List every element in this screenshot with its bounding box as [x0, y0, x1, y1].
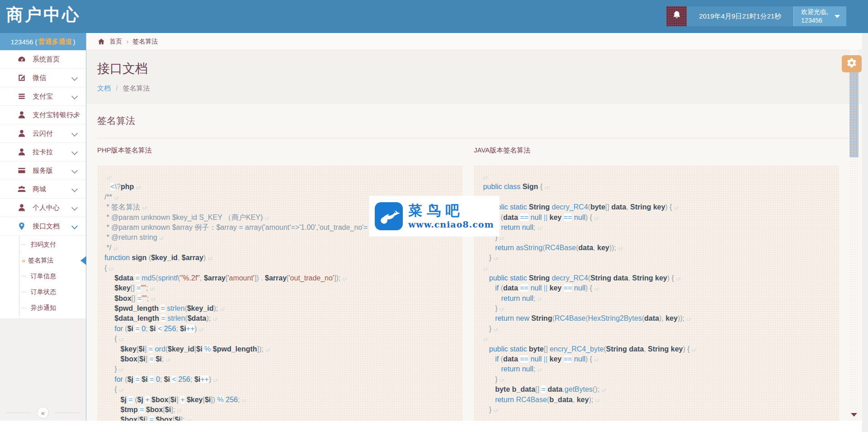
- line-ending-marker: LF: [213, 317, 218, 322]
- line-ending-marker: LF: [674, 206, 679, 210]
- sidebar-collapse-button[interactable]: «: [37, 407, 49, 418]
- java-section-title: JAVA版本签名算法: [474, 146, 839, 155]
- sidebar-item-label: 系统首页: [33, 55, 60, 64]
- line-ending-marker: LF: [343, 277, 348, 281]
- line-ending-marker: LF: [119, 368, 124, 372]
- line-ending-marker: LF: [483, 176, 488, 180]
- line-ending-marker: LF: [538, 297, 542, 302]
- line-ending-marker: LF: [500, 378, 505, 383]
- sidebar-subitem-1[interactable]: »签名算法: [0, 252, 86, 268]
- java-section: JAVA版本签名算法 LF public class Sign {LFLF pu…: [474, 146, 839, 421]
- line-ending-marker: LF: [618, 247, 623, 251]
- sidebar-item-3[interactable]: 支付宝转银行卡: [0, 106, 86, 124]
- php-section-title: PHP版本签名算法: [97, 146, 462, 155]
- sidebar-item-9[interactable]: 接口文档: [0, 217, 86, 236]
- sidebar-item-8[interactable]: 个人中心: [0, 199, 86, 217]
- settings-gear-button[interactable]: [842, 55, 862, 72]
- map-pin-icon: [17, 222, 26, 231]
- user-icon: [17, 203, 26, 212]
- merchant-center-app: 商户中心 2019年4月9日21时1分21秒 欢迎光临, 123456 1234…: [0, 0, 868, 432]
- sidebar-item-label: 云闪付: [33, 129, 53, 138]
- line-ending-marker: LF: [242, 399, 247, 403]
- sidebar-menu: 系统首页微信支付宝支付宝转银行卡云闪付拉卡拉服务版商城个人中心接口文档»扫码支付…: [0, 50, 86, 319]
- sidebar-item-5[interactable]: 拉卡拉: [0, 143, 86, 161]
- sidebar-item-label: 拉卡拉: [33, 148, 53, 157]
- page-breadcrumb-docs-link[interactable]: 文档: [97, 84, 111, 92]
- line-ending-marker: LF: [483, 337, 488, 342]
- watermark-title: 菜鸟吧: [408, 204, 494, 218]
- java-code-block: LF public class Sign {LFLF public static…: [474, 166, 839, 421]
- sidebar-subitem-4[interactable]: »异步通知: [0, 300, 86, 316]
- gear-icon: [846, 57, 857, 70]
- line-ending-marker: LF: [114, 196, 119, 200]
- sidebar-item-2[interactable]: 支付宝: [0, 87, 86, 106]
- browser-scrollbar-strip[interactable]: [862, 0, 868, 432]
- sidebar-subitem-label: 订单信息: [31, 272, 56, 280]
- line-ending-marker: LF: [213, 378, 218, 383]
- sidebar-item-6[interactable]: 服务版: [0, 161, 86, 180]
- header-right-cluster: 2019年4月9日21时1分21秒 欢迎光临, 123456: [666, 6, 846, 26]
- line-ending-marker: LF: [594, 287, 599, 291]
- sidebar-item-label: 个人中心: [33, 204, 60, 212]
- page-breadcrumb: 文档 / 签名算法: [97, 84, 862, 93]
- bottom-scroll-strip: [0, 421, 862, 432]
- line-ending-marker: LF: [119, 337, 124, 342]
- content-body: 签名算法 PHP版本签名算法 LF <\?phpLF/**LF * 签名算法LF…: [86, 104, 862, 421]
- line-ending-marker: LF: [687, 317, 692, 322]
- line-ending-marker: LF: [494, 328, 499, 332]
- sidebar-item-7[interactable]: 商城: [0, 180, 86, 199]
- sidebar-subitem-0[interactable]: »扫码支付: [0, 237, 86, 252]
- edit-icon: [17, 73, 26, 82]
- scrollbar-thumb[interactable]: [849, 72, 859, 157]
- watermark-url: www.cniao8.com: [408, 220, 494, 229]
- user-icon: [17, 110, 26, 119]
- chevron-down-icon: [71, 149, 78, 155]
- sidebar-collapse-row: «: [0, 406, 86, 419]
- line-ending-marker: LF: [594, 216, 599, 221]
- sidebar-item-1[interactable]: 微信: [0, 69, 86, 87]
- sidebar-item-label: 商城: [33, 185, 46, 194]
- user-icon: [17, 129, 26, 138]
- home-icon: [97, 38, 105, 46]
- dashboard-icon: [17, 55, 26, 64]
- sidebar-submenu: »扫码支付»签名算法»订单信息»订单状态»异步通知: [0, 236, 86, 319]
- line-ending-marker: LF: [545, 185, 550, 190]
- chevron-down-icon: [835, 15, 840, 18]
- sidebar-subitem-2[interactable]: »订单信息: [0, 268, 86, 284]
- list-icon: [17, 92, 26, 101]
- credit-card-icon: [17, 166, 26, 175]
- line-ending-marker: LF: [113, 247, 118, 251]
- breadcrumb-separator: ›: [126, 38, 128, 45]
- line-ending-marker: LF: [107, 176, 112, 180]
- line-ending-marker: LF: [199, 328, 204, 332]
- line-ending-marker: LF: [150, 287, 155, 291]
- scrollbar-down-arrow[interactable]: [851, 413, 857, 417]
- users-icon: [17, 185, 26, 194]
- chevron-down-icon: [71, 75, 78, 81]
- line-ending-marker: LF: [602, 388, 607, 393]
- notifications-button[interactable]: [666, 6, 687, 26]
- active-item-arrow-icon: [80, 256, 86, 265]
- sidebar-subitem-label: 扫码支付: [31, 241, 56, 249]
- chevron-down-icon: [71, 223, 78, 229]
- sidebar-item-4[interactable]: 云闪付: [0, 124, 86, 143]
- line-ending-marker: LF: [500, 307, 505, 312]
- sidebar-item-0[interactable]: 系统首页: [0, 50, 86, 69]
- chevron-down-icon: [71, 167, 78, 174]
- line-ending-marker: LF: [166, 358, 171, 362]
- sidebar-subitem-3[interactable]: »订单状态: [0, 284, 86, 300]
- page-title: 接口文档: [97, 50, 862, 77]
- section-title: 签名算法: [97, 104, 862, 127]
- section-divider: [97, 138, 857, 138]
- line-ending-marker: LF: [692, 348, 697, 352]
- breadcrumb: 首页 › 签名算法: [86, 33, 862, 50]
- breadcrumb-home[interactable]: 首页: [109, 38, 122, 46]
- line-ending-marker: LF: [220, 307, 225, 312]
- app-header: 商户中心 2019年4月9日21时1分21秒 欢迎光临, 123456: [0, 0, 868, 33]
- line-ending-marker: LF: [208, 256, 213, 261]
- user-menu[interactable]: 欢迎光临, 123456: [794, 6, 846, 26]
- page-header: 接口文档 文档 / 签名算法: [86, 50, 862, 104]
- line-ending-marker: LF: [494, 408, 499, 413]
- line-ending-marker: LF: [538, 368, 542, 372]
- line-ending-marker: LF: [160, 236, 165, 241]
